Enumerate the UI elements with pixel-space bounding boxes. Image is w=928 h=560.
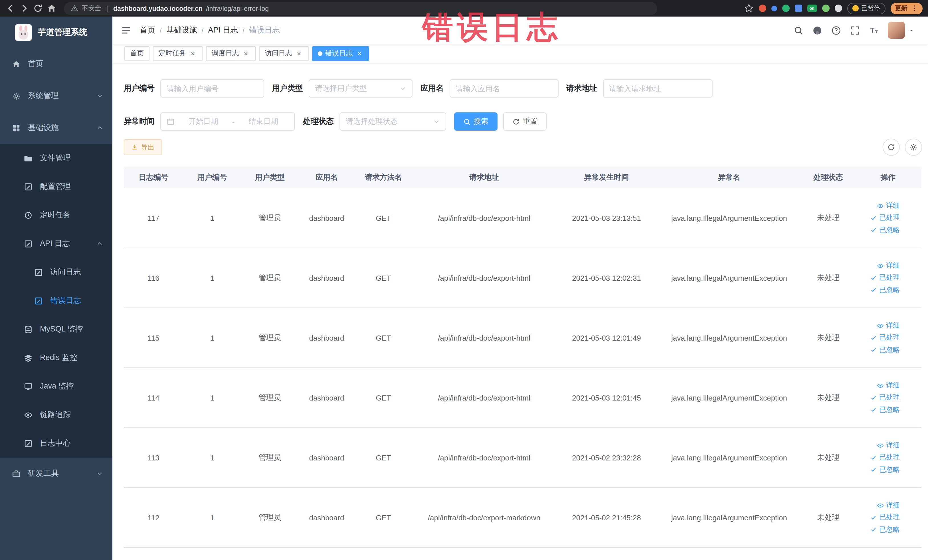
clock-icon (24, 211, 32, 220)
date-range-picker[interactable]: 开始日期 - 结束日期 (160, 112, 295, 131)
app-name-input[interactable] (449, 79, 558, 98)
close-icon[interactable]: × (295, 49, 303, 57)
extension-icon[interactable] (795, 5, 802, 12)
filter-exception-time: 异常时间 开始日期 - 结束日期 (124, 112, 295, 131)
cell-method: GET (355, 248, 412, 308)
user-menu[interactable] (887, 22, 914, 39)
sidebar-item-9[interactable]: MySQL 监控 (0, 315, 112, 343)
search-icon[interactable] (793, 25, 803, 35)
cell-method: GET (355, 488, 412, 548)
action-detail[interactable]: 详细 (855, 322, 900, 329)
action-processed[interactable]: 已处理 (855, 214, 900, 222)
help-icon[interactable] (831, 25, 841, 35)
user-type-select[interactable]: 请选择用户类型 (309, 79, 412, 98)
close-icon[interactable]: × (242, 49, 250, 57)
cell-actions: 详细已处理已忽略 (855, 308, 922, 368)
action-ignored[interactable]: 已忽略 (855, 346, 900, 354)
sidebar-item-2[interactable]: 基础设施 (0, 112, 112, 144)
close-icon[interactable]: × (189, 49, 197, 57)
sidebar-item-3[interactable]: 文件管理 (0, 144, 112, 172)
extension-icon[interactable] (759, 5, 766, 12)
edit-doc-icon (24, 182, 32, 191)
sidebar-item-7[interactable]: 访问日志 (0, 258, 112, 287)
sidebar-item-6[interactable]: API 日志 (0, 229, 112, 258)
action-ignored[interactable]: 已忽略 (855, 286, 900, 293)
column-header: 应用名 (298, 167, 355, 188)
fullscreen-icon[interactable] (850, 25, 859, 35)
process-status-select[interactable]: 请选择处理状态 (339, 112, 446, 131)
cell-exception: java.lang.IllegalArgumentException (657, 428, 801, 488)
action-processed[interactable]: 已处理 (855, 514, 900, 521)
sidebar-item-1[interactable]: 系统管理 (0, 80, 112, 112)
user-id-input[interactable] (160, 79, 264, 98)
sidebar-item-5[interactable]: 定时任务 (0, 201, 112, 229)
reset-button[interactable]: 重置 (503, 112, 546, 131)
breadcrumb-item[interactable]: 基础设施 (166, 25, 197, 35)
check-icon (870, 454, 877, 461)
search-button[interactable]: 搜索 (454, 112, 498, 131)
url-bar[interactable]: 不安全 | dashboard.yudao.iocoder.cn/infra/l… (64, 2, 657, 15)
sidebar-item-4[interactable]: 配置管理 (0, 172, 112, 201)
action-detail[interactable]: 详细 (855, 262, 900, 269)
hamburger-icon[interactable] (121, 25, 131, 35)
sidebar-item-label: 错误日志 (50, 296, 81, 306)
refresh-table-button[interactable] (882, 139, 899, 156)
font-size-icon[interactable] (868, 25, 878, 35)
main-area: 首页 / 基础设施 / API 日志 / 错误日志 首页定时任务×调度日 (112, 17, 928, 560)
sidebar-item-11[interactable]: Java 监控 (0, 372, 112, 401)
extension-icon[interactable] (835, 5, 842, 12)
breadcrumb-item[interactable]: API 日志 (208, 25, 238, 35)
extension-badge[interactable]: on (807, 5, 817, 12)
action-processed[interactable]: 已处理 (855, 274, 900, 282)
check-icon (870, 514, 877, 521)
extension-icon[interactable] (782, 5, 789, 12)
forward-icon[interactable] (20, 3, 29, 13)
cell-app: dashboard (298, 368, 355, 428)
breadcrumb-item[interactable]: 首页 (140, 25, 155, 35)
export-button[interactable]: 导出 (124, 139, 162, 155)
action-ignored[interactable]: 已忽略 (855, 406, 900, 414)
bookmark-star-icon[interactable] (744, 3, 753, 13)
tab-0[interactable]: 首页 (124, 46, 150, 61)
sidebar-item-0[interactable]: 首页 (0, 48, 112, 80)
update-button[interactable]: 更新 (890, 3, 922, 14)
action-processed[interactable]: 已处理 (855, 394, 900, 401)
sidebar-item-label: 配置管理 (40, 182, 71, 192)
tab-3[interactable]: 访问日志× (259, 46, 309, 61)
reload-icon[interactable] (33, 3, 43, 13)
action-label: 已处理 (879, 394, 900, 401)
github-icon[interactable] (812, 25, 822, 35)
action-processed[interactable]: 已处理 (855, 334, 900, 342)
sidebar-item-10[interactable]: Redis 监控 (0, 343, 112, 372)
sidebar-item-8[interactable]: 错误日志 (0, 287, 112, 315)
tab-4[interactable]: 错误日志× (312, 46, 369, 61)
tab-1[interactable]: 定时任务× (153, 46, 203, 61)
sidebar-item-label: 链路追踪 (40, 410, 71, 420)
paused-chip[interactable]: 已暂停 (847, 3, 885, 14)
sidebar-item-14[interactable]: 研发工具 (0, 458, 112, 490)
action-processed[interactable]: 已处理 (855, 454, 900, 461)
sidebar-item-12[interactable]: 链路追踪 (0, 401, 112, 429)
extension-icon[interactable] (771, 5, 777, 11)
logo[interactable]: 芋道管理系统 (0, 17, 112, 48)
browser-menu-icon (910, 5, 918, 12)
breadcrumb-separator: / (202, 26, 204, 34)
cell-time: 2021-05-03 12:01:49 (556, 308, 657, 368)
table-row: 1121管理员dashboardGET/api/infra/db-doc/exp… (124, 488, 922, 548)
action-ignored[interactable]: 已忽略 (855, 526, 900, 533)
action-ignored[interactable]: 已忽略 (855, 466, 900, 473)
action-detail[interactable]: 详细 (855, 382, 900, 389)
request-url-input[interactable] (603, 79, 712, 98)
action-detail[interactable]: 详细 (855, 502, 900, 509)
action-ignored[interactable]: 已忽略 (855, 226, 900, 233)
filter-user-type: 用户类型 请选择用户类型 (272, 79, 412, 98)
action-detail[interactable]: 详细 (855, 442, 900, 449)
tab-2[interactable]: 调度日志× (206, 46, 256, 61)
extension-icon[interactable] (822, 5, 829, 12)
browser-home-icon[interactable] (47, 3, 56, 13)
sidebar-item-13[interactable]: 日志中心 (0, 429, 112, 458)
back-icon[interactable] (6, 3, 15, 13)
column-settings-button[interactable] (905, 139, 922, 156)
action-detail[interactable]: 详细 (855, 202, 900, 209)
close-icon[interactable]: × (356, 49, 363, 57)
